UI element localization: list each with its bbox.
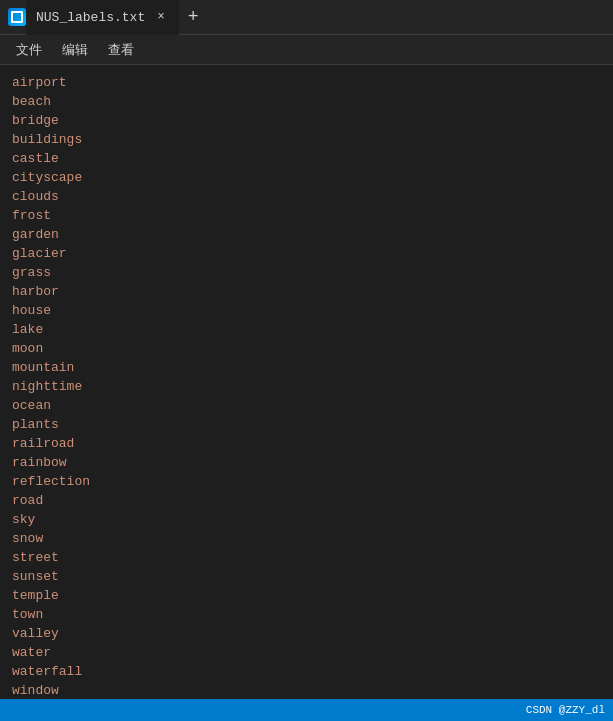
plus-icon: + [188,7,199,27]
label-line: airport [12,73,601,92]
status-bar: CSDN @ZZY_dl [0,699,613,721]
label-line: frost [12,206,601,225]
tab-area: NUS_labels.txt × + [26,0,605,35]
tab-label: NUS_labels.txt [36,10,145,25]
label-line: house [12,301,601,320]
label-line: bridge [12,111,601,130]
label-line: cityscape [12,168,601,187]
label-line: garden [12,225,601,244]
label-line: nighttime [12,377,601,396]
label-line: buildings [12,130,601,149]
label-line: sunset [12,567,601,586]
close-icon[interactable]: × [153,9,169,25]
label-line: snow [12,529,601,548]
label-line: plants [12,415,601,434]
label-line: town [12,605,601,624]
label-line: ocean [12,396,601,415]
label-line: mountain [12,358,601,377]
label-line: rainbow [12,453,601,472]
content-area: airportbeachbridgebuildingscastlecitysca… [0,65,613,696]
new-tab-button[interactable]: + [179,3,207,31]
label-line: window [12,681,601,696]
label-line: clouds [12,187,601,206]
label-line: glacier [12,244,601,263]
active-tab[interactable]: NUS_labels.txt × [26,0,179,35]
label-line: railroad [12,434,601,453]
title-bar: NUS_labels.txt × + [0,0,613,35]
label-line: lake [12,320,601,339]
label-line: harbor [12,282,601,301]
label-line: temple [12,586,601,605]
menu-item-文件[interactable]: 文件 [8,37,50,63]
label-line: waterfall [12,662,601,681]
menu-item-编辑[interactable]: 编辑 [54,37,96,63]
label-line: grass [12,263,601,282]
label-line: sky [12,510,601,529]
label-line: beach [12,92,601,111]
label-line: reflection [12,472,601,491]
menu-item-查看[interactable]: 查看 [100,37,142,63]
label-line: water [12,643,601,662]
status-text: CSDN @ZZY_dl [526,704,605,716]
label-line: road [12,491,601,510]
label-line: valley [12,624,601,643]
label-line: street [12,548,601,567]
menu-bar: 文件编辑查看 [0,35,613,65]
label-line: castle [12,149,601,168]
label-line: moon [12,339,601,358]
app-icon [8,8,26,26]
